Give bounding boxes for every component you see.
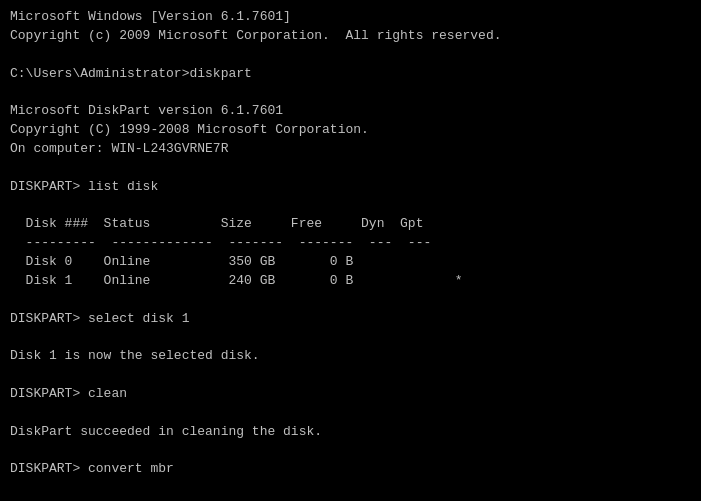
table-header: Disk ### Status Size Free Dyn Gpt <box>10 215 691 234</box>
win-header-2: Copyright (c) 2009 Microsoft Corporation… <box>10 27 691 46</box>
blank-2 <box>10 83 691 102</box>
disk-1-row: Disk 1 Online 240 GB 0 B * <box>10 272 691 291</box>
blank-10 <box>10 479 691 498</box>
prompt-select-disk: DISKPART> select disk 1 <box>10 310 691 329</box>
prompt-convert: DISKPART> convert mbr <box>10 460 691 479</box>
select-msg: Disk 1 is now the selected disk. <box>10 347 691 366</box>
dp-header-1: Microsoft DiskPart version 6.1.7601 <box>10 102 691 121</box>
dp-header-3: On computer: WIN-L243GVRNE7R <box>10 140 691 159</box>
blank-3 <box>10 159 691 178</box>
prompt-clean: DISKPART> clean <box>10 385 691 404</box>
prompt-list-disk: DISKPART> list disk <box>10 178 691 197</box>
blank-5 <box>10 291 691 310</box>
terminal-window: Microsoft Windows [Version 6.1.7601] Cop… <box>0 0 701 501</box>
disk-0-row: Disk 0 Online 350 GB 0 B <box>10 253 691 272</box>
blank-7 <box>10 366 691 385</box>
prompt-diskpart: C:\Users\Administrator>diskpart <box>10 65 691 84</box>
blank-8 <box>10 404 691 423</box>
win-header-1: Microsoft Windows [Version 6.1.7601] <box>10 8 691 27</box>
table-separator: --------- ------------- ------- ------- … <box>10 234 691 253</box>
dp-header-2: Copyright (C) 1999-2008 Microsoft Corpor… <box>10 121 691 140</box>
blank-9 <box>10 441 691 460</box>
blank-6 <box>10 328 691 347</box>
blank-4 <box>10 196 691 215</box>
blank-1 <box>10 46 691 65</box>
clean-msg: DiskPart succeeded in cleaning the disk. <box>10 423 691 442</box>
